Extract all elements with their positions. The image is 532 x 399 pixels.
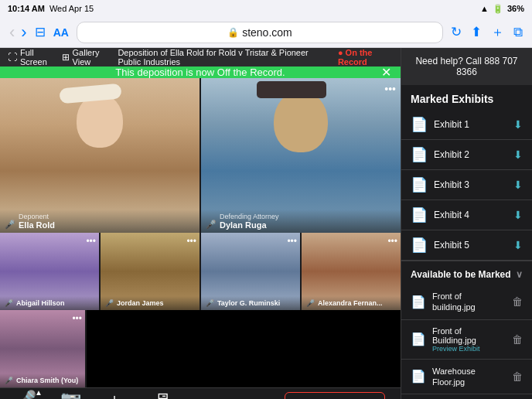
exhibit-item-4: 📄 Exhibit 4 ⬇ bbox=[401, 200, 532, 230]
fullscreen-button[interactable]: ⛶ Full Screen bbox=[8, 48, 54, 66]
screen-share-control[interactable]: 🖥 Screen Share bbox=[139, 390, 186, 399]
exhibit-download-3[interactable]: ⬇ bbox=[513, 179, 523, 191]
video-more-dylan[interactable]: ••• bbox=[384, 83, 396, 95]
video-more-taylor[interactable]: ••• bbox=[287, 236, 297, 247]
deposition-title: Deposition of Ella Rold for Rold v Trist… bbox=[118, 48, 330, 66]
available-name-3: Warehouse Floor.jpg bbox=[432, 366, 506, 388]
bookmarks-icon[interactable]: ⊟ bbox=[35, 24, 46, 40]
gallery-label: Gallery View bbox=[73, 48, 111, 66]
help-text: Need help? Call 888 707 8366 bbox=[401, 48, 532, 85]
available-chevron-icon[interactable]: ∨ bbox=[516, 269, 523, 280]
share-button[interactable]: ⬆ bbox=[471, 24, 482, 40]
video-label-group-abigail: 🎤 Abigail Hillson bbox=[0, 296, 99, 310]
exhibit-download-2[interactable]: ⬇ bbox=[513, 148, 523, 161]
video-label-group-chiara: 🎤 Chiara Smith (You) bbox=[0, 373, 85, 387]
ella-role: Deponent bbox=[19, 213, 55, 220]
exhibit-file-icon-2: 📄 bbox=[411, 146, 428, 163]
delete-available-1[interactable]: 🗑 bbox=[512, 295, 523, 308]
exhibit-download-5[interactable]: ⬇ bbox=[513, 239, 523, 251]
status-date: Wed Apr 15 bbox=[49, 4, 94, 13]
chiara-name: Chiara Smith (You) bbox=[16, 377, 78, 384]
video-icon: 📷 bbox=[60, 390, 81, 399]
available-name-group-2: Front of Building.jpg Preview Exhibit bbox=[432, 326, 506, 353]
exhibit-name-3: Exhibit 3 bbox=[434, 179, 507, 190]
preview-label-2[interactable]: Preview Exhibit bbox=[432, 345, 506, 353]
available-item-1: 📄 Front of building.jpg 🗑 bbox=[401, 285, 532, 320]
video-label-group-jordan: 🎤 Jordan James bbox=[101, 296, 200, 310]
exhibit-name-4: Exhibit 4 bbox=[434, 210, 507, 220]
exhibit-item-2: 📄 Exhibit 2 ⬇ bbox=[401, 140, 532, 170]
exhibit-file-icon-4: 📄 bbox=[411, 206, 428, 223]
mic-icon-ella: 🎤 bbox=[5, 220, 15, 230]
screen-share-icon: 🖥 bbox=[154, 390, 171, 399]
video-cell-chiara: 🎤 Chiara Smith (You) ••• bbox=[0, 310, 85, 387]
video-cell-taylor: 🎤 Taylor G. Ruminski ••• bbox=[201, 233, 300, 310]
video-cell-jordan: 🎤 Jordan James ••• bbox=[101, 233, 200, 310]
video-more-alexandra[interactable]: ••• bbox=[387, 236, 397, 247]
fullscreen-label: Full Screen bbox=[20, 48, 54, 66]
available-item-2: 📄 Front of Building.jpg Preview Exhibit … bbox=[401, 320, 532, 360]
tabs-button[interactable]: ⧉ bbox=[513, 25, 523, 40]
invite-control[interactable]: ＋ Invite bbox=[105, 388, 124, 399]
right-sidebar: Need help? Call 888 707 8366 Marked Exhi… bbox=[401, 48, 532, 399]
address-bar[interactable]: 🔒 steno.com bbox=[77, 22, 443, 43]
exhibit-download-4[interactable]: ⬇ bbox=[513, 209, 523, 221]
delete-available-2[interactable]: 🗑 bbox=[512, 333, 523, 346]
wifi-icon: ▲ bbox=[480, 4, 489, 13]
delete-available-3[interactable]: 🗑 bbox=[512, 370, 523, 383]
video-grid: 🎤 Deponent Ella Rold 🎤 bbox=[0, 78, 401, 387]
mic-icon-taylor: 🎤 bbox=[206, 299, 214, 307]
video-label-group-alexandra: 🎤 Alexandra Fernan... bbox=[302, 296, 401, 310]
exhibit-file-icon-1: 📄 bbox=[411, 116, 428, 133]
on-record-badge: ● On the Record bbox=[338, 48, 393, 66]
browser-toolbar: ‹ › ⊟ AA 🔒 steno.com ↻ ⬆ ＋ ⧉ bbox=[0, 17, 532, 48]
leave-meeting-button[interactable]: Leave Meeting bbox=[285, 392, 385, 399]
text-size-button[interactable]: AA bbox=[53, 26, 69, 39]
exhibit-item-1: 📄 Exhibit 1 ⬇ bbox=[401, 110, 532, 140]
mute-icon: 🎤 bbox=[15, 390, 36, 399]
lock-icon: 🔒 bbox=[227, 27, 239, 38]
video-row-small: 🎤 Abigail Hillson ••• 🎤 Jordan James ••• bbox=[0, 233, 401, 310]
meeting-toolbar: ⛶ Full Screen ⊞ Gallery View Deposition … bbox=[0, 48, 401, 66]
status-right: ▲ 🔋 36% bbox=[480, 4, 524, 14]
off-record-banner: This deposition is now Off the Record. ✕ bbox=[0, 66, 401, 78]
available-file-icon-3: 📄 bbox=[411, 369, 426, 384]
exhibit-item-3: 📄 Exhibit 3 ⬇ bbox=[401, 170, 532, 200]
battery-pct: 36% bbox=[507, 4, 524, 13]
browser-nav-buttons: ‹ › bbox=[9, 24, 27, 41]
video-more-jordan[interactable]: ••• bbox=[186, 236, 196, 247]
forward-button[interactable]: › bbox=[21, 24, 26, 41]
jordan-name: Jordan James bbox=[117, 299, 164, 307]
url-text: steno.com bbox=[242, 26, 292, 39]
video-cell-abigail: 🎤 Abigail Hillson ••• bbox=[0, 233, 99, 310]
video-control[interactable]: 📷 Stop Video bbox=[52, 390, 90, 399]
meeting-bottom-bar: 🎤 Mute ▲ 📷 Stop Video ＋ Invite 🖥 Screen … bbox=[0, 387, 401, 399]
mic-icon-dylan: 🎤 bbox=[206, 220, 217, 230]
invite-icon: ＋ bbox=[106, 388, 123, 399]
mic-icon-chiara: 🎤 bbox=[5, 377, 13, 384]
mute-chevron-icon[interactable]: ▲ bbox=[35, 388, 43, 397]
reload-button[interactable]: ↻ bbox=[451, 24, 462, 40]
available-section-title: Available to be Marked bbox=[411, 269, 511, 280]
video-more-abigail[interactable]: ••• bbox=[86, 236, 96, 247]
abigail-name: Abigail Hillson bbox=[16, 299, 65, 307]
battery-icon: 🔋 bbox=[493, 4, 503, 14]
gallery-view-button[interactable]: ⊞ Gallery View bbox=[62, 48, 111, 66]
meeting-area: ⛶ Full Screen ⊞ Gallery View Deposition … bbox=[0, 48, 401, 399]
marked-exhibits-header: Marked Exhibits bbox=[401, 85, 532, 110]
video-label-group-ella: 🎤 Deponent Ella Rold bbox=[0, 210, 200, 233]
mute-control[interactable]: 🎤 Mute ▲ bbox=[15, 390, 36, 399]
available-section-header: Available to be Marked ∨ bbox=[401, 261, 532, 285]
mic-icon-alexandra: 🎤 bbox=[306, 299, 315, 307]
marked-exhibits-title: Marked Exhibits bbox=[411, 93, 493, 105]
back-button[interactable]: ‹ bbox=[9, 24, 15, 41]
video-row-chiara: 🎤 Chiara Smith (You) ••• bbox=[0, 310, 401, 387]
exhibit-download-1[interactable]: ⬇ bbox=[513, 118, 523, 131]
banner-text: This deposition is now Off the Record. bbox=[115, 66, 285, 78]
new-tab-button[interactable]: ＋ bbox=[491, 23, 504, 41]
status-time: 10:14 AM bbox=[8, 4, 45, 13]
exhibit-name-1: Exhibit 1 bbox=[434, 119, 507, 130]
available-name-2: Front of Building.jpg bbox=[432, 326, 506, 345]
video-more-chiara[interactable]: ••• bbox=[72, 313, 82, 324]
status-bar: 10:14 AM Wed Apr 15 ▲ 🔋 36% bbox=[0, 0, 532, 17]
